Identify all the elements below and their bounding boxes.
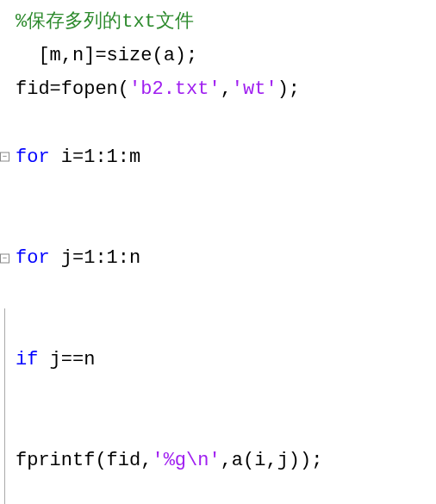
code-line[interactable]: fid=fopen('b2.txt','wt'); <box>0 72 436 106</box>
fold-collapse-icon[interactable]: − <box>0 253 9 263</box>
code-content: for j=1:1:n <box>16 241 436 275</box>
code-line[interactable]: if j==n <box>0 308 436 409</box>
string-literal: 'wt' <box>232 78 277 100</box>
code-content: fprintf(fid,'%g\n',a(i,j)); <box>16 444 436 477</box>
gutter <box>0 410 16 504</box>
fold-guide <box>4 410 5 504</box>
code-editor[interactable]: %保存多列的txt文件 [m,n]=size(a); fid=fopen('b2… <box>0 5 436 504</box>
code-content: if j==n <box>16 343 436 376</box>
code-line[interactable]: %保存多列的txt文件 <box>0 5 436 39</box>
code-line[interactable]: − for j=1:1:n <box>0 208 436 308</box>
comment-text: %保存多列的txt文件 <box>16 11 194 33</box>
code-line[interactable]: fprintf(fid,'%g\n',a(i,j)); <box>0 410 436 504</box>
text: ); <box>277 78 300 100</box>
code-content: fid=fopen('b2.txt','wt'); <box>16 72 436 106</box>
code-line[interactable]: − for i=1:1:m <box>0 106 436 207</box>
string-literal: 'b2.txt' <box>129 78 221 100</box>
code-content: %保存多列的txt文件 <box>16 5 436 39</box>
gutter: − <box>0 208 16 308</box>
text: fid=fopen( <box>16 78 129 100</box>
code-line[interactable]: [m,n]=size(a); <box>0 39 436 72</box>
string-literal: '%g\n' <box>152 450 220 471</box>
text: ,a(i,j)); <box>221 450 323 471</box>
fold-guide <box>4 308 5 409</box>
code-content: for i=1:1:m <box>16 140 436 174</box>
text: , <box>221 78 232 100</box>
code-content: [m,n]=size(a); <box>16 39 436 72</box>
gutter <box>0 308 16 409</box>
fold-collapse-icon[interactable]: − <box>0 152 9 162</box>
gutter: − <box>0 106 16 207</box>
